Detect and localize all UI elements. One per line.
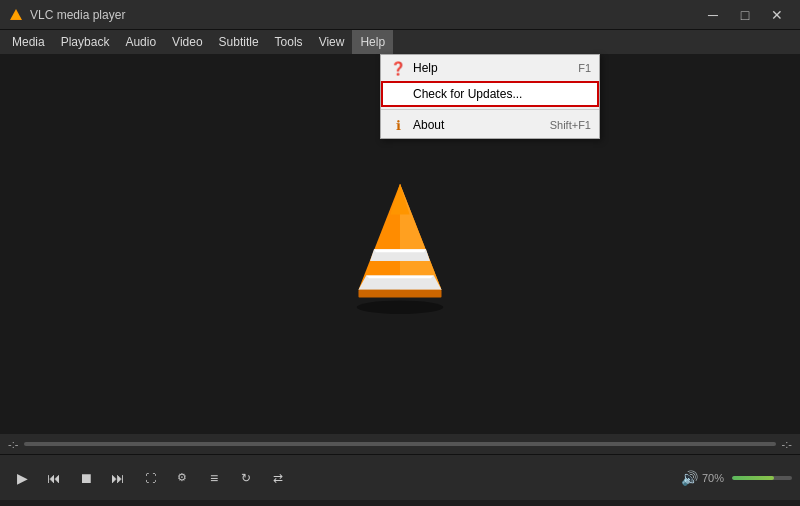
menu-separator [381,109,599,110]
maximize-button[interactable]: □ [730,5,760,25]
help-dropdown-menu: ❓ Help F1 Check for Updates... ℹ About S… [380,54,600,139]
current-time: -:- [8,438,18,450]
skip-forward-button[interactable]: ⏭ [104,464,132,492]
random-button[interactable]: ⇄ [264,464,292,492]
controls-bar: ▶ ⏮ ⏹ ⏭ ⛶ ⚙ ≡ ↻ ⇄ 🔊 70% [0,454,800,500]
svg-marker-4 [400,184,442,290]
menu-bar: Media Playback Audio Video Subtitle Tool… [0,30,800,54]
menu-video[interactable]: Video [164,30,210,54]
volume-bar-fill [732,476,774,480]
app-icon [8,7,24,23]
help-menu-help-label: Help [413,61,558,75]
about-icon: ℹ [389,116,407,134]
seek-bar-area: -:- -:- [0,434,800,454]
svg-rect-10 [358,290,441,298]
menu-audio[interactable]: Audio [117,30,164,54]
svg-point-2 [357,300,444,314]
check-updates-label: Check for Updates... [413,87,571,101]
about-shortcut: Shift+F1 [550,119,591,131]
menu-playback[interactable]: Playback [53,30,118,54]
playlist-button[interactable]: ≡ [200,464,228,492]
help-menu-help[interactable]: ❓ Help F1 [381,55,599,81]
volume-area: 🔊 70% [681,470,792,486]
extended-settings-button[interactable]: ⚙ [168,464,196,492]
check-updates-icon [389,85,407,103]
volume-slider[interactable] [732,471,792,485]
menu-subtitle[interactable]: Subtitle [211,30,267,54]
help-menu-check-updates[interactable]: Check for Updates... [381,81,599,107]
svg-marker-6 [366,275,434,278]
svg-marker-1 [11,11,21,19]
title-bar-label: VLC media player [30,8,698,22]
menu-view[interactable]: View [311,30,353,54]
skip-back-button[interactable]: ⏮ [40,464,68,492]
menu-help[interactable]: Help [352,30,393,54]
volume-bar-background [732,476,792,480]
minimize-button[interactable]: ─ [698,5,728,25]
fullscreen-button[interactable]: ⛶ [136,464,164,492]
play-button[interactable]: ▶ [8,464,36,492]
seek-bar[interactable] [24,442,775,446]
menu-media[interactable]: Media [4,30,53,54]
help-menu-about[interactable]: ℹ About Shift+F1 [381,112,599,138]
svg-marker-9 [390,184,409,215]
menu-tools[interactable]: Tools [267,30,311,54]
stop-button[interactable]: ⏹ [72,464,100,492]
help-question-icon: ❓ [389,59,407,77]
title-bar: VLC media player ─ □ ✕ [0,0,800,30]
volume-icon: 🔊 [681,470,698,486]
help-shortcut: F1 [578,62,591,74]
window-controls: ─ □ ✕ [698,5,792,25]
svg-marker-8 [374,249,426,252]
close-button[interactable]: ✕ [762,5,792,25]
about-label: About [413,118,530,132]
vlc-cone-logo [335,174,465,314]
volume-label: 70% [702,472,724,484]
loop-button[interactable]: ↻ [232,464,260,492]
total-time: -:- [782,438,792,450]
